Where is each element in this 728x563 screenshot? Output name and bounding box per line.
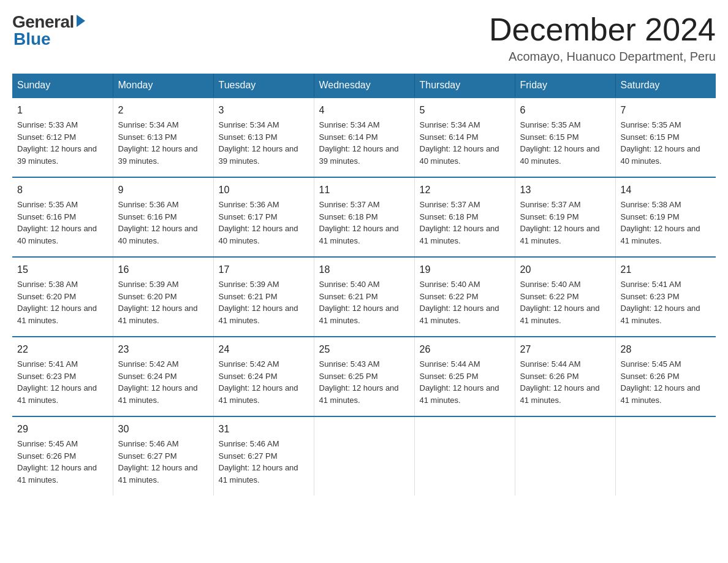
calendar-cell: 30Sunrise: 5:46 AMSunset: 6:27 PMDayligh… [113,416,213,496]
col-wednesday: Wednesday [314,74,414,98]
day-number: 9 [118,183,208,197]
day-number: 14 [621,183,711,197]
day-number: 28 [621,342,711,357]
calendar-cell: 14Sunrise: 5:38 AMSunset: 6:19 PMDayligh… [615,177,716,257]
day-number: 24 [219,342,309,357]
day-number: 19 [420,262,510,277]
col-friday: Friday [515,74,615,98]
calendar-cell: 22Sunrise: 5:41 AMSunset: 6:23 PMDayligh… [12,337,113,416]
calendar-week-row: 22Sunrise: 5:41 AMSunset: 6:23 PMDayligh… [12,337,716,416]
col-thursday: Thursday [414,74,515,98]
calendar-cell: 17Sunrise: 5:39 AMSunset: 6:21 PMDayligh… [213,257,314,337]
day-number: 30 [118,422,208,437]
calendar-week-row: 29Sunrise: 5:45 AMSunset: 6:26 PMDayligh… [12,416,716,496]
calendar-cell: 27Sunrise: 5:44 AMSunset: 6:26 PMDayligh… [515,337,615,416]
day-number: 25 [319,342,409,357]
calendar-cell: 8Sunrise: 5:35 AMSunset: 6:16 PMDaylight… [12,177,113,257]
day-number: 11 [319,183,409,197]
day-number: 29 [17,422,108,437]
col-sunday: Sunday [12,74,113,98]
calendar-cell: 25Sunrise: 5:43 AMSunset: 6:25 PMDayligh… [314,337,414,416]
day-number: 23 [118,342,208,357]
calendar-cell: 18Sunrise: 5:40 AMSunset: 6:21 PMDayligh… [314,257,414,337]
day-number: 22 [17,342,108,357]
calendar-week-row: 15Sunrise: 5:38 AMSunset: 6:20 PMDayligh… [12,257,716,337]
calendar-cell: 6Sunrise: 5:35 AMSunset: 6:15 PMDaylight… [515,98,615,177]
calendar-cell [314,416,414,496]
month-title: December 2024 [489,12,716,47]
day-number: 26 [420,342,510,357]
calendar-cell: 28Sunrise: 5:45 AMSunset: 6:26 PMDayligh… [615,337,716,416]
calendar-cell: 16Sunrise: 5:39 AMSunset: 6:20 PMDayligh… [113,257,213,337]
calendar-cell: 12Sunrise: 5:37 AMSunset: 6:18 PMDayligh… [414,177,515,257]
calendar-table: Sunday Monday Tuesday Wednesday Thursday… [12,74,716,496]
calendar-cell: 7Sunrise: 5:35 AMSunset: 6:15 PMDaylight… [615,98,716,177]
day-number: 16 [118,262,208,277]
calendar-cell [515,416,615,496]
calendar-cell: 5Sunrise: 5:34 AMSunset: 6:14 PMDaylight… [414,98,515,177]
day-number: 8 [17,183,108,197]
calendar-cell: 26Sunrise: 5:44 AMSunset: 6:25 PMDayligh… [414,337,515,416]
calendar-cell: 15Sunrise: 5:38 AMSunset: 6:20 PMDayligh… [12,257,113,337]
calendar-cell: 2Sunrise: 5:34 AMSunset: 6:13 PMDaylight… [113,98,213,177]
calendar-cell: 19Sunrise: 5:40 AMSunset: 6:22 PMDayligh… [414,257,515,337]
logo-arrow-icon [77,15,85,27]
calendar-header-row: Sunday Monday Tuesday Wednesday Thursday… [12,74,716,98]
calendar-cell: 20Sunrise: 5:40 AMSunset: 6:22 PMDayligh… [515,257,615,337]
col-monday: Monday [113,74,213,98]
day-number: 4 [319,103,409,118]
logo-blue-text: Blue [12,29,51,49]
day-number: 5 [420,103,510,118]
calendar-cell: 13Sunrise: 5:37 AMSunset: 6:19 PMDayligh… [515,177,615,257]
calendar-cell: 21Sunrise: 5:41 AMSunset: 6:23 PMDayligh… [615,257,716,337]
day-number: 6 [520,103,610,118]
day-number: 3 [219,103,309,118]
day-number: 15 [17,262,108,277]
day-number: 18 [319,262,409,277]
day-number: 21 [621,262,711,277]
day-number: 27 [520,342,610,357]
day-number: 10 [219,183,309,197]
calendar-week-row: 8Sunrise: 5:35 AMSunset: 6:16 PMDaylight… [12,177,716,257]
logo: General Blue [12,12,85,49]
calendar-cell: 31Sunrise: 5:46 AMSunset: 6:27 PMDayligh… [213,416,314,496]
calendar-week-row: 1Sunrise: 5:33 AMSunset: 6:12 PMDaylight… [12,98,716,177]
calendar-cell [615,416,716,496]
calendar-cell: 29Sunrise: 5:45 AMSunset: 6:26 PMDayligh… [12,416,113,496]
day-number: 20 [520,262,610,277]
calendar-cell: 9Sunrise: 5:36 AMSunset: 6:16 PMDaylight… [113,177,213,257]
col-tuesday: Tuesday [213,74,314,98]
calendar-cell: 10Sunrise: 5:36 AMSunset: 6:17 PMDayligh… [213,177,314,257]
calendar-cell: 1Sunrise: 5:33 AMSunset: 6:12 PMDaylight… [12,98,113,177]
day-number: 1 [17,103,108,118]
col-saturday: Saturday [615,74,716,98]
calendar-cell [414,416,515,496]
day-number: 7 [621,103,711,118]
calendar-cell: 3Sunrise: 5:34 AMSunset: 6:13 PMDaylight… [213,98,314,177]
day-number: 17 [219,262,309,277]
location-title: Acomayo, Huanuco Department, Peru [489,50,716,64]
day-number: 2 [118,103,208,118]
title-block: December 2024 Acomayo, Huanuco Departmen… [489,12,716,64]
day-number: 13 [520,183,610,197]
calendar-cell: 4Sunrise: 5:34 AMSunset: 6:14 PMDaylight… [314,98,414,177]
calendar-cell: 24Sunrise: 5:42 AMSunset: 6:24 PMDayligh… [213,337,314,416]
day-number: 12 [420,183,510,197]
page-header: General Blue December 2024 Acomayo, Huan… [12,12,716,64]
calendar-cell: 11Sunrise: 5:37 AMSunset: 6:18 PMDayligh… [314,177,414,257]
calendar-cell: 23Sunrise: 5:42 AMSunset: 6:24 PMDayligh… [113,337,213,416]
day-number: 31 [219,422,309,437]
